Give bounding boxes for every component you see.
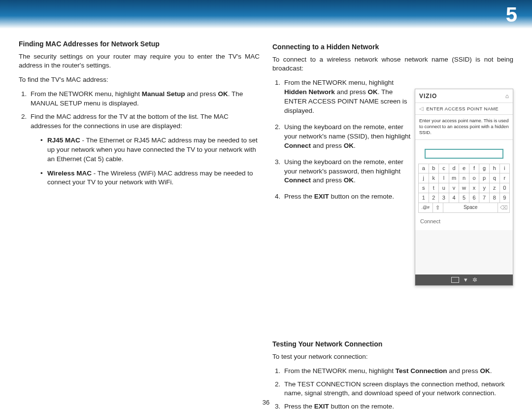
kbd-key[interactable]: c <box>439 164 449 173</box>
left-column: Finding MAC Addresses for Network Setup … <box>19 39 260 399</box>
kbd-key[interactable]: f <box>469 164 480 173</box>
kbd-backspace-key[interactable]: ⌫ <box>498 203 510 213</box>
right1-steps: From the NETWORK menu, highlight Hidden … <box>282 78 413 202</box>
kbd-key[interactable]: m <box>449 173 460 183</box>
document-page: 5 Finding MAC Addresses for Network Setu… <box>0 0 532 411</box>
osd-screenshot: VIZIO ⌂ ◁ ENTER ACCESS POINT NAME Enter … <box>415 89 513 286</box>
kbd-key[interactable]: p <box>479 173 490 183</box>
left-heading: Finding MAC Addresses for Network Setup <box>19 39 260 49</box>
right1-heading: Connecting to a Hidden Network <box>272 42 513 52</box>
kbd-key[interactable]: z <box>490 183 500 193</box>
back-icon: ◁ <box>419 105 424 112</box>
right2-step-1: From the NETWORK menu, highlight Test Co… <box>282 367 513 376</box>
kbd-key[interactable]: k <box>429 173 439 183</box>
kbd-key[interactable]: b <box>429 164 439 173</box>
kbd-row-actions: .@# ⇧ Space ⌫ <box>418 203 510 213</box>
content-area: Finding MAC Addresses for Network Setup … <box>19 39 513 399</box>
kbd-row-2: s t u v w x y z 0 <box>418 183 510 193</box>
left-steps: From the NETWORK menu, highlight Manual … <box>29 90 260 187</box>
kbd-key[interactable]: 9 <box>500 193 510 203</box>
right2-step-2: The TEST CONNECTION screen displays the … <box>282 380 513 399</box>
kbd-key[interactable]: d <box>449 164 460 173</box>
osd-brand: VIZIO <box>419 92 505 101</box>
kbd-row-1: j k l m n o p q r <box>418 173 510 183</box>
kbd-key[interactable]: o <box>469 173 480 183</box>
wide-icon <box>451 277 459 283</box>
left-lead: To find the TV's MAC address: <box>19 75 260 85</box>
right1-step-1: From the NETWORK menu, highlight Hidden … <box>282 78 413 116</box>
chapter-number: 5 <box>506 3 517 27</box>
osd-title: ENTER ACCESS POINT NAME <box>427 105 499 112</box>
kbd-key[interactable]: r <box>500 173 510 183</box>
kbd-row-0: a b c d e f g h i <box>418 164 510 173</box>
right-column: Connecting to a Hidden Network To connec… <box>272 39 513 399</box>
home-icon: ⌂ <box>505 92 509 101</box>
osd-input-wrap <box>415 140 513 164</box>
kbd-key[interactable]: j <box>418 173 429 183</box>
kbd-symbols-key[interactable]: .@# <box>418 203 433 213</box>
kbd-key[interactable]: n <box>459 173 469 183</box>
kbd-key[interactable]: u <box>439 183 449 193</box>
kbd-key[interactable]: s <box>418 183 429 193</box>
right2-lead: To test your network connection: <box>272 352 513 362</box>
kbd-key[interactable]: v <box>449 183 460 193</box>
kbd-key[interactable]: 4 <box>449 193 460 203</box>
kbd-key[interactable]: 6 <box>469 193 480 203</box>
kbd-key[interactable]: 1 <box>418 193 429 203</box>
left-step-2: Find the MAC address for the TV at the b… <box>29 112 260 187</box>
kbd-key[interactable]: t <box>429 183 439 193</box>
kbd-key[interactable]: 8 <box>490 193 500 203</box>
kbd-shift-key[interactable]: ⇧ <box>433 203 444 213</box>
gear-icon: ✲ <box>472 276 477 284</box>
kbd-key[interactable]: 5 <box>459 193 469 203</box>
kbd-space-key[interactable]: Space <box>443 203 498 213</box>
kbd-key[interactable]: e <box>459 164 469 173</box>
osd-title-row: ◁ ENTER ACCESS POINT NAME <box>415 103 513 115</box>
right1-step-2: Using the keyboard on the remote, enter … <box>282 123 413 151</box>
kbd-key[interactable]: q <box>490 173 500 183</box>
ssid-input[interactable] <box>425 149 503 159</box>
kbd-key[interactable]: l <box>439 173 449 183</box>
left-step-1: From the NETWORK menu, highlight Manual … <box>29 90 260 108</box>
kbd-key[interactable]: 0 <box>500 183 510 193</box>
kbd-key[interactable]: 7 <box>479 193 490 203</box>
osd-help-text: Enter your access point name. This is us… <box>415 115 513 140</box>
kbd-key[interactable]: 2 <box>429 193 439 203</box>
kbd-row-3: 1 2 3 4 5 6 7 8 9 <box>418 193 510 203</box>
right2-heading: Testing Your Network Connection <box>272 340 513 349</box>
left-bullet-wireless: Wireless MAC - The Wireless (WiFi) MAC a… <box>40 169 260 188</box>
osd-connect[interactable]: Connect <box>415 215 513 230</box>
kbd-key[interactable]: i <box>500 164 510 173</box>
right1-intro: To connect to a wireless network whose n… <box>272 55 513 74</box>
chevron-down-icon: ▾ <box>464 275 467 284</box>
osd-footer: ▾ ✲ <box>415 274 513 285</box>
right1-step-3: Using the keyboard on the remote, enter … <box>282 158 413 186</box>
kbd-key[interactable]: y <box>479 183 490 193</box>
left-intro: The security settings on your router may… <box>19 52 260 71</box>
kbd-key[interactable]: g <box>479 164 490 173</box>
kbd-key[interactable]: h <box>490 164 500 173</box>
page-number: 36 <box>0 399 532 406</box>
kbd-key[interactable]: 3 <box>439 193 449 203</box>
osd-header: VIZIO ⌂ <box>415 89 513 103</box>
kbd-key[interactable]: x <box>469 183 480 193</box>
right1-step-4: Press the EXIT button on the remote. <box>282 192 413 202</box>
onscreen-keyboard: a b c d e f g h i j k l m <box>415 164 513 215</box>
left-bullet-rj45: RJ45 MAC - The Ethernet or RJ45 MAC addr… <box>40 136 260 164</box>
left-bullets: RJ45 MAC - The Ethernet or RJ45 MAC addr… <box>40 136 260 187</box>
chapter-header-bar: 5 <box>0 0 532 29</box>
kbd-key[interactable]: w <box>459 183 469 193</box>
kbd-key[interactable]: a <box>418 164 429 173</box>
